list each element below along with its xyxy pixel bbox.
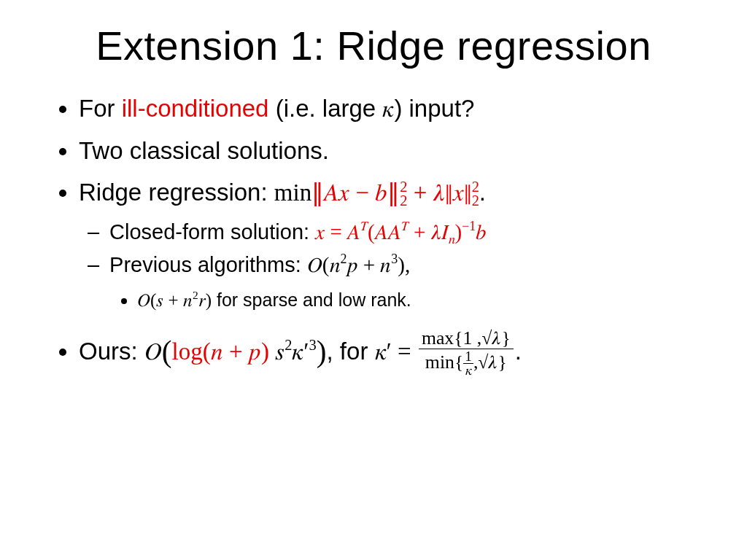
sup: 3 [391,252,398,267]
subsup: 22 [400,180,407,209]
highlight-text: ill-conditioned [122,95,269,122]
sub-2: Previous algorithms: 𝑂(𝑛2𝑝 + 𝑛3), 𝑂(𝑠 + … [104,249,703,315]
math-expr: 𝑂(𝑠 + 𝑛2𝑟) [137,290,212,310]
t: ‖𝑥‖ [445,179,472,206]
bullet-4: Ours: 𝑂(log(𝑛 + 𝑝) 𝑠2𝜅′3), for 𝜅′ = max{… [79,328,703,378]
t: 𝑂(𝑠 + 𝑛 [137,290,193,310]
sup: 2 [193,289,198,301]
text: ) input? [394,95,474,122]
text: , for [327,338,375,365]
text: Previous algorithms: [109,253,307,276]
math-expr: 𝑂(𝑛2𝑝 + 𝑛3), [307,253,410,276]
paren: ( [162,335,172,368]
sub: 2 [400,194,407,208]
num: 1 [463,350,473,363]
sup: 3 [309,336,317,352]
sup: 2 [285,336,292,352]
math-expr: ‖𝐴𝑥 − 𝑏‖22 + 𝜆‖𝑥‖22 [311,179,479,206]
t: 𝑠 [269,338,285,365]
bullet-3: Ridge regression: min‖𝐴𝑥 − 𝑏‖22 + 𝜆‖𝑥‖22… [79,174,703,315]
sub: 𝑛 [449,233,455,247]
denominator: min{1𝜅,√𝜆} [419,349,514,378]
t: 𝑝 + 𝑛 [347,253,392,276]
period: . [479,179,486,206]
paren: ) [317,335,327,368]
sup: 𝑇 [401,219,409,234]
subsup: 22 [472,180,479,209]
math-kappa: 𝜅 [382,96,394,122]
sub-1: Closed-form solution: 𝑥 = 𝐴𝑇(𝐴𝐴𝑇 + 𝜆𝐼𝑛)−… [104,216,703,249]
sub-list: Closed-form solution: 𝑥 = 𝐴𝑇(𝐴𝐴𝑇 + 𝜆𝐼𝑛)−… [79,216,703,315]
text: (i.e. large [268,95,382,122]
t: ) [455,220,462,244]
t: min{ [425,351,463,373]
log-term: log(𝑛 + 𝑝) [172,338,269,365]
text: Ours: [79,338,144,365]
sub: 2 [472,194,479,208]
sup: 2 [341,252,347,267]
subsub-1: 𝑂(𝑠 + 𝑛2𝑟) for sparse and low rank. [137,286,703,315]
t: 𝑂 [144,338,162,365]
math-min: min [274,179,311,206]
slide-title: Extension 1: Ridge regression [44,22,703,69]
bullet-2: Two classical solutions. [79,132,703,169]
text: Ridge regression: [79,179,274,206]
t: (𝐴𝐴 [368,220,401,244]
text: for sparse and low rank. [212,289,411,310]
t: 𝑥 = 𝐴 [315,220,360,244]
fraction: max{1 ,√𝜆}min{1𝜅,√𝜆} [417,328,515,378]
t: ,√𝜆} [473,351,507,373]
t: 𝑂(𝑛 [307,253,341,276]
math-expr: 𝑥 = 𝐴𝑇(𝐴𝐴𝑇 + 𝜆𝐼𝑛)−1𝑏 [315,220,487,244]
t: 𝑟) [198,290,212,310]
subsub-list: 𝑂(𝑠 + 𝑛2𝑟) for sparse and low rank. [104,286,703,315]
t: 𝜅′ [292,338,309,365]
text: Closed-form solution: [109,220,315,244]
t: + 𝜆𝐼 [409,220,449,244]
sup: 𝑇 [360,219,368,234]
t: 𝑏 [476,220,487,244]
t: ‖𝐴𝑥 − 𝑏‖ [311,179,400,206]
period: . [515,338,522,365]
t: ), [398,253,410,276]
slide: Extension 1: Ridge regression For ill-co… [0,0,747,560]
numerator: max{1 ,√𝜆} [419,328,514,349]
math-kprime: 𝜅′ = [375,338,417,365]
text: For [79,95,122,122]
den: 𝜅 [463,363,473,377]
sup: −1 [462,219,476,234]
bullet-1: For ill-conditioned (i.e. large 𝜅) input… [79,90,703,128]
bullet-list: For ill-conditioned (i.e. large 𝜅) input… [44,90,703,378]
math-expr: 𝑂(log(𝑛 + 𝑝) 𝑠2𝜅′3) [144,338,327,365]
t: + 𝜆 [408,179,445,206]
inner-fraction: 1𝜅 [463,350,473,378]
